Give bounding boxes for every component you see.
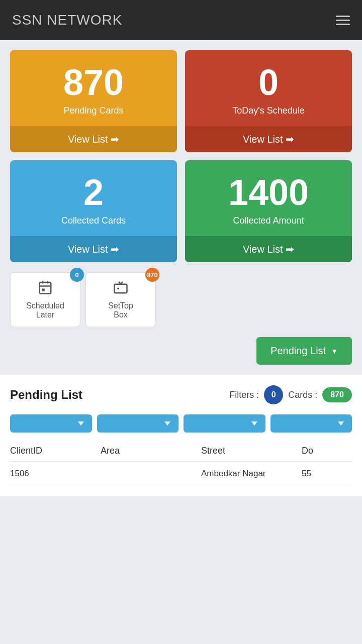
hamburger-line-3 (336, 24, 350, 25)
settop-box-badge: 870 (145, 268, 159, 282)
cell-street: Ambedkar Nagar (201, 469, 302, 479)
collected-amount-card[interactable]: 1400 Collected Amount View List ➡ (185, 160, 352, 262)
dropdown-2-arrow (164, 421, 170, 425)
filters-label: Filters : (229, 390, 259, 400)
pending-cards-number: 870 (18, 64, 169, 100)
pending-list-section: Pending List ▼ (0, 332, 362, 375)
dropdown-row (10, 414, 352, 433)
dropdown-select-1[interactable] (10, 414, 92, 433)
cell-area (101, 469, 201, 479)
scheduled-later-label: ScheduledLater (26, 301, 64, 319)
bottom-title: Pending List (10, 388, 82, 402)
svg-rect-5 (115, 284, 127, 293)
todays-schedule-view-list: View List ➡ (243, 134, 294, 145)
dropdown-4-arrow (338, 421, 344, 425)
settop-box-filter[interactable]: 870 SetTopBox (85, 272, 156, 327)
menu-button[interactable] (336, 16, 350, 25)
dropdown-select-3[interactable] (184, 414, 265, 433)
bottom-filters: Filters : 0 Cards : 870 (229, 385, 352, 404)
col-header-do: Do (302, 446, 352, 456)
pending-cards-card[interactable]: 870 Pending Cards View List ➡ (10, 50, 177, 152)
collected-amount-number: 1400 (193, 174, 344, 210)
cards-count-badge: 870 (322, 387, 352, 402)
settop-box-icon (113, 280, 128, 298)
filter-section: 0 ScheduledLater 870 SetTopBox (0, 267, 362, 332)
cell-do: 55 (302, 469, 352, 479)
col-header-clientid: ClientID (10, 446, 101, 456)
stats-grid: 870 Pending Cards View List ➡ 0 ToDay's … (0, 40, 362, 267)
collected-cards-view-list: View List ➡ (68, 244, 119, 255)
collected-amount-view-list: View List ➡ (243, 244, 294, 255)
cell-clientid: 1506 (10, 469, 101, 479)
scheduled-later-filter[interactable]: 0 ScheduledLater (10, 272, 80, 327)
table-row: 1506 Ambedkar Nagar 55 (10, 462, 352, 486)
dropdown-3-arrow (251, 421, 257, 425)
app-header: SSN NETWORK (0, 0, 362, 40)
scheduled-later-badge: 0 (70, 268, 84, 282)
filters-count-badge: 0 (264, 385, 283, 404)
collected-cards-card[interactable]: 2 Collected Cards View List ➡ (10, 160, 177, 262)
pending-list-button[interactable]: Pending List ▼ (256, 337, 352, 365)
todays-schedule-label: ToDay's Schedule (193, 105, 344, 116)
cards-label: Cards : (288, 390, 317, 400)
pending-cards-view-list: View List ➡ (68, 134, 119, 145)
hamburger-line-1 (336, 16, 350, 17)
collected-amount-label: Collected Amount (193, 216, 344, 226)
pending-list-btn-label: Pending List (270, 345, 326, 357)
pending-cards-label: Pending Cards (18, 105, 169, 116)
app-title: SSN NETWORK (12, 12, 122, 28)
todays-schedule-number: 0 (193, 64, 344, 100)
hamburger-line-2 (336, 20, 350, 21)
svg-rect-4 (42, 289, 45, 291)
collected-cards-number: 2 (18, 174, 169, 210)
collected-amount-footer[interactable]: View List ➡ (185, 236, 352, 262)
bottom-header: Pending List Filters : 0 Cards : 870 (10, 385, 352, 404)
calendar-icon (38, 280, 53, 298)
table-header: ClientID Area Street Do (10, 441, 352, 462)
dropdown-1-arrow (78, 421, 84, 425)
bottom-section: Pending List Filters : 0 Cards : 870 Cli… (0, 375, 362, 496)
collected-cards-label: Collected Cards (18, 216, 169, 226)
col-header-street: Street (201, 446, 302, 456)
pending-cards-footer[interactable]: View List ➡ (10, 126, 177, 152)
svg-rect-0 (40, 282, 51, 294)
todays-schedule-card[interactable]: 0 ToDay's Schedule View List ➡ (185, 50, 352, 152)
col-header-area: Area (101, 446, 201, 456)
collected-cards-footer[interactable]: View List ➡ (10, 236, 177, 262)
settop-box-label: SetTopBox (108, 301, 133, 319)
pending-list-dropdown-arrow: ▼ (331, 347, 338, 355)
dropdown-select-2[interactable] (97, 414, 179, 433)
dropdown-select-4[interactable] (270, 414, 352, 433)
todays-schedule-footer[interactable]: View List ➡ (185, 126, 352, 152)
